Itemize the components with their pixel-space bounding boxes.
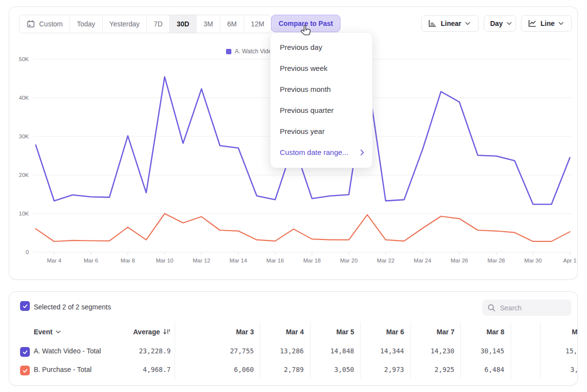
range-label: 6M: [227, 20, 236, 28]
table-cell: 14,848: [299, 342, 354, 360]
table-cell: 27,755: [199, 342, 254, 360]
event-name: A. Watch Video - Total: [34, 342, 101, 360]
menu-item-previous-quarter[interactable]: Previous quarter: [271, 100, 372, 121]
menu-item-custom-date-range[interactable]: Custom date range...: [271, 142, 372, 163]
table-column-mar-3: Mar 327,7556,060: [199, 322, 254, 379]
range-label: Today: [77, 20, 95, 28]
event-column-header[interactable]: Event: [34, 322, 61, 342]
selected-segments-label: Selected 2 of 2 segments: [34, 303, 111, 311]
chevron-down-icon: [465, 22, 470, 25]
truncated-cell: 15,: [565, 342, 577, 360]
column-separator: [511, 322, 511, 379]
column-header[interactable]: Mar 6: [349, 322, 404, 342]
column-header[interactable]: Mar 4: [249, 322, 304, 342]
range-label: 12M: [251, 20, 264, 28]
truncated-column-header: M: [572, 322, 578, 342]
row-checkbox[interactable]: [20, 347, 30, 357]
x-axis-tick-label: Mar 6: [84, 258, 98, 263]
table-cell: 23,228.9: [116, 342, 171, 360]
range-12m[interactable]: 12M: [244, 15, 271, 33]
table-cell: 4,968.7: [116, 360, 171, 379]
range-label: Custom: [39, 20, 63, 28]
chevron-right-icon: [361, 150, 364, 155]
table-cell: 2,925: [400, 360, 454, 379]
menu-item-label: Previous week: [280, 58, 328, 79]
x-axis-tick-label: Mar 22: [377, 258, 395, 263]
chevron-down-icon: [559, 22, 564, 25]
truncated-cell: 3,: [570, 360, 578, 379]
table-cell: 2,973: [349, 360, 404, 379]
x-axis-tick-label: Mar 8: [121, 258, 135, 263]
row-checkbox[interactable]: [20, 366, 30, 375]
select-all-checkbox[interactable]: [20, 301, 30, 311]
x-axis-tick-label: Mar 4: [47, 258, 62, 263]
menu-item-previous-day[interactable]: Previous day: [271, 37, 372, 58]
x-axis-tick-label: Mar 18: [303, 258, 321, 263]
range-custom[interactable]: Custom: [20, 15, 69, 33]
menu-item-previous-month[interactable]: Previous month: [271, 79, 372, 100]
x-axis-tick-label: Apr 1: [563, 258, 577, 263]
range-6m[interactable]: 6M: [220, 15, 243, 33]
x-axis-tick-label: Mar 24: [414, 258, 431, 263]
column-separator: [175, 322, 175, 379]
y-axis-tick-label: 30K: [19, 133, 29, 139]
column-header[interactable]: Mar 7: [400, 322, 454, 342]
interval-label: Day: [490, 20, 503, 27]
column-header[interactable]: Average: [116, 322, 171, 342]
table-column-mar-5: Mar 514,8483,050: [299, 322, 354, 379]
chevron-down-icon: [56, 330, 61, 333]
menu-item-label: Previous year: [280, 121, 325, 142]
x-axis-tick-label: Mar 12: [193, 258, 210, 263]
x-axis-tick-label: Mar 20: [340, 258, 358, 263]
menu-item-previous-week[interactable]: Previous week: [271, 58, 372, 79]
table-cell: 2,789: [249, 360, 304, 379]
range-3m[interactable]: 3M: [196, 15, 220, 33]
table-cell: 6,484: [450, 360, 504, 379]
x-axis-tick-label: Mar 30: [524, 258, 542, 263]
range-label: Yesterday: [110, 20, 140, 28]
table-cell: 14,230: [400, 342, 454, 360]
range-label: 30D: [177, 20, 189, 28]
chart-type-dropdown-button[interactable]: Line: [521, 15, 572, 32]
table-cell: 3,050: [299, 360, 354, 379]
axis-linear-icon: [428, 19, 437, 28]
chart-type-label: Line: [541, 20, 555, 27]
y-axis-tick-label: 40K: [19, 95, 29, 101]
menu-item-label: Previous quarter: [280, 100, 334, 121]
date-range-group: CustomTodayYesterday7D30D3M6M12M: [19, 15, 271, 33]
range-label: 3M: [203, 20, 213, 28]
search-input[interactable]: [499, 304, 564, 312]
range-yesterday[interactable]: Yesterday: [102, 15, 147, 33]
x-axis-tick-label: Mar 28: [487, 258, 505, 263]
menu-item-label: Custom date range...: [280, 142, 348, 163]
scale-dropdown-button[interactable]: Linear: [421, 15, 479, 32]
calendar-icon: [26, 20, 35, 28]
range-30d[interactable]: 30D: [169, 15, 196, 33]
compare-to-past-menu: Previous dayPrevious weekPrevious monthP…: [270, 32, 373, 168]
x-axis-tick-label: Mar 26: [451, 258, 468, 263]
series-line-purchase[interactable]: [36, 214, 570, 241]
table-column-mar-7: Mar 714,2302,925: [400, 322, 454, 379]
range-today[interactable]: Today: [69, 15, 102, 33]
table-cell: 30,145: [450, 342, 504, 360]
column-header[interactable]: Mar 8: [450, 322, 504, 342]
column-header[interactable]: Mar 3: [199, 322, 254, 342]
column-separator: [540, 322, 541, 379]
compare-to-past-button[interactable]: Compare to Past: [271, 15, 340, 32]
y-axis-tick-label: 20K: [19, 172, 29, 178]
interval-dropdown-button[interactable]: Day: [484, 15, 516, 32]
table-cell: 13,286: [249, 342, 304, 360]
table-column-mar-8: Mar 830,1456,484: [450, 322, 504, 379]
y-axis-tick-label: 50K: [19, 56, 29, 62]
search-box[interactable]: [482, 300, 571, 316]
scale-label: Linear: [441, 20, 461, 27]
menu-item-previous-year[interactable]: Previous year: [271, 121, 372, 142]
line-chart-icon: [527, 19, 537, 28]
range-label: 7D: [154, 20, 162, 28]
search-icon: [487, 304, 496, 312]
x-axis-tick-label: Mar 16: [267, 258, 284, 263]
column-header[interactable]: Mar 5: [299, 322, 354, 342]
range-7d[interactable]: 7D: [146, 15, 169, 33]
event-name: B. Purchase - Total: [34, 360, 91, 379]
table-column-mar-4: Mar 413,2862,789: [249, 322, 304, 379]
